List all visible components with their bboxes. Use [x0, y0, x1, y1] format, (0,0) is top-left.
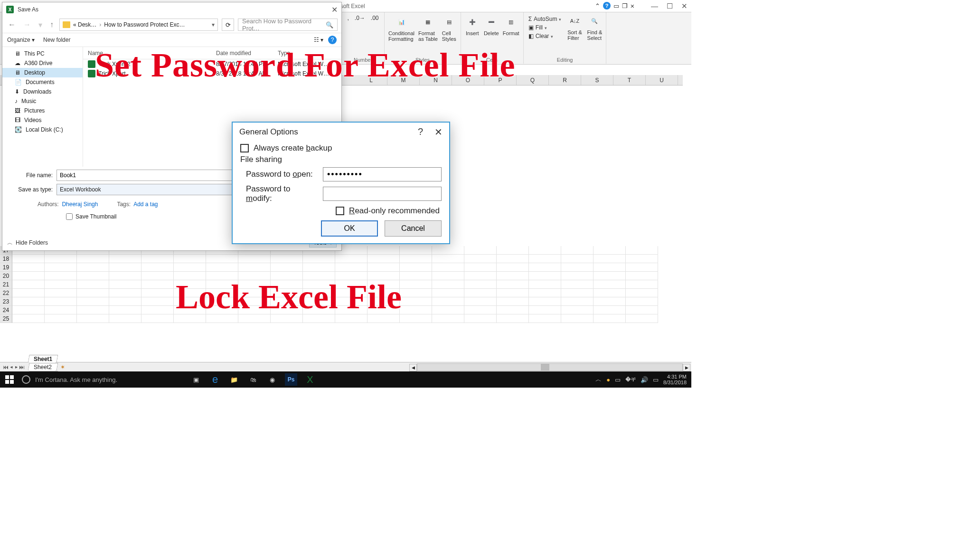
sidebar-item[interactable]: 📄Documents — [2, 77, 83, 87]
cell[interactable] — [12, 297, 45, 306]
cell[interactable] — [45, 255, 77, 263]
cell[interactable] — [497, 280, 529, 289]
cell[interactable] — [561, 255, 594, 263]
ok-button[interactable]: OK — [321, 220, 378, 237]
cell[interactable] — [529, 255, 561, 263]
photoshop-icon[interactable]: Ps — [285, 373, 297, 386]
cell[interactable] — [464, 280, 497, 289]
nav-up-icon[interactable]: ↑ — [48, 20, 56, 29]
sheet-tab[interactable]: Sheet2 — [28, 363, 58, 371]
sidebar-item[interactable]: 🖥This PC — [2, 49, 83, 58]
wifi-icon[interactable]: �ቸ — [625, 376, 636, 383]
cell[interactable] — [12, 263, 45, 272]
view-mode-icon[interactable]: ☷ ▾ — [314, 37, 323, 43]
search-box[interactable]: Search How to Password Prot… 🔍 — [238, 19, 338, 31]
nav-forward-icon[interactable]: → — [21, 20, 33, 29]
window-close-small-icon[interactable]: ⨉ — [631, 2, 634, 10]
authors-value[interactable]: Dheeraj Singh — [62, 201, 98, 208]
row-header[interactable]: 25 — [0, 314, 12, 323]
cell[interactable] — [561, 314, 594, 323]
cell[interactable] — [77, 280, 109, 289]
cell[interactable] — [464, 297, 497, 306]
new-folder-button[interactable]: New folder — [43, 37, 70, 43]
cell[interactable] — [432, 314, 464, 323]
sidebar-item[interactable]: 🖼Pictures — [2, 106, 83, 115]
cell[interactable] — [561, 246, 594, 255]
sidebar-item[interactable]: ☁A360 Drive — [2, 58, 83, 68]
cell[interactable] — [497, 246, 529, 255]
sort-filter-button[interactable]: A↓ZSort & Filter — [567, 13, 582, 41]
column-header[interactable]: R — [549, 75, 581, 85]
cell[interactable] — [529, 263, 561, 272]
clock[interactable]: 4:31 PM8/31/2018 — [663, 374, 687, 385]
cell[interactable] — [206, 255, 238, 263]
cell[interactable] — [529, 272, 561, 280]
nav-recent-icon[interactable]: ▾ — [37, 20, 44, 29]
cell[interactable] — [141, 314, 174, 323]
organize-button[interactable]: Organize ▾ — [7, 37, 35, 43]
cell[interactable] — [561, 306, 594, 314]
row-header[interactable]: 18 — [0, 255, 12, 263]
dialog-close-icon[interactable]: ✕ — [434, 126, 443, 138]
cell[interactable] — [400, 246, 432, 255]
cancel-button[interactable]: Cancel — [385, 220, 442, 237]
action-center-icon[interactable]: ▭ — [653, 376, 659, 383]
cell[interactable] — [594, 314, 626, 323]
cell[interactable] — [400, 263, 432, 272]
cell[interactable] — [464, 255, 497, 263]
row-header[interactable]: 20 — [0, 272, 12, 280]
cell[interactable] — [45, 314, 77, 323]
save-as-close-icon[interactable]: ✕ — [331, 5, 338, 14]
insert-button[interactable]: ➕Insert — [465, 14, 480, 36]
cell[interactable] — [497, 314, 529, 323]
cell[interactable] — [109, 263, 141, 272]
cell[interactable] — [464, 306, 497, 314]
cortana-search[interactable]: I'm Cortana. Ask me anything. — [19, 375, 171, 384]
cell[interactable] — [335, 255, 368, 263]
row-header[interactable]: 21 — [0, 280, 12, 289]
cell[interactable] — [594, 297, 626, 306]
excel-taskbar-icon[interactable]: X — [304, 373, 316, 386]
cell[interactable] — [594, 306, 626, 314]
cell[interactable] — [45, 306, 77, 314]
cell[interactable] — [594, 289, 626, 297]
cell[interactable] — [271, 263, 303, 272]
cell[interactable] — [529, 246, 561, 255]
cell[interactable] — [77, 289, 109, 297]
cell[interactable] — [141, 272, 174, 280]
sidebar-item[interactable]: ⬇Downloads — [2, 87, 83, 96]
cell[interactable] — [432, 246, 464, 255]
password-modify-input[interactable] — [323, 187, 442, 201]
refresh-icon[interactable]: ⟳ — [222, 19, 234, 31]
decrease-decimal-button[interactable]: .00 — [370, 14, 380, 22]
cell[interactable] — [626, 255, 658, 263]
row-header[interactable]: 19 — [0, 263, 12, 272]
cell[interactable] — [77, 272, 109, 280]
cell[interactable] — [174, 263, 206, 272]
autosum-button[interactable]: Σ AutoSum — [528, 15, 563, 23]
cell[interactable] — [561, 263, 594, 272]
scroll-left-icon[interactable]: ◀ — [409, 364, 417, 371]
cell[interactable] — [432, 255, 464, 263]
cell[interactable] — [77, 297, 109, 306]
explorer-icon[interactable]: 📁 — [228, 373, 240, 386]
cell[interactable] — [400, 289, 432, 297]
cell[interactable] — [12, 314, 45, 323]
start-button[interactable] — [0, 375, 19, 384]
cell[interactable] — [77, 263, 109, 272]
password-open-input[interactable] — [323, 167, 442, 181]
save-as-titlebar[interactable]: X Save As ✕ — [2, 2, 341, 17]
cell[interactable] — [109, 314, 141, 323]
maximize-icon[interactable]: ☐ — [667, 2, 673, 10]
cell[interactable] — [12, 306, 45, 314]
cell[interactable] — [626, 263, 658, 272]
cell[interactable] — [141, 255, 174, 263]
cell[interactable] — [141, 297, 174, 306]
cell[interactable] — [141, 306, 174, 314]
cell[interactable] — [561, 280, 594, 289]
cell[interactable] — [335, 263, 368, 272]
cell[interactable] — [464, 314, 497, 323]
cell[interactable] — [109, 272, 141, 280]
cell-styles-button[interactable]: ▤Cell Styles — [442, 14, 457, 42]
column-header[interactable]: Q — [517, 75, 549, 85]
